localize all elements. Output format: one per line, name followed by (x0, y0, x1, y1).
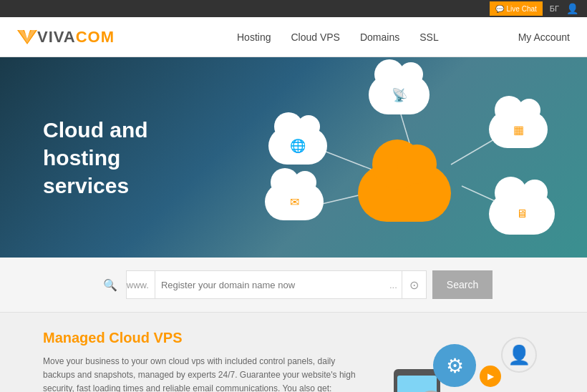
search-dots: ... (385, 280, 402, 290)
live-chat-label: Live Chat (507, 5, 537, 13)
top-bar: 💬 Live Chat БГ 👤 (0, 0, 587, 17)
search-prefix: www. (127, 271, 155, 298)
tablet-screen (397, 376, 437, 392)
navbar: VIVACOM Hosting Cloud VPS Domains SSL My… (0, 17, 587, 57)
live-chat-button[interactable]: 💬 Live Chat (490, 1, 543, 16)
person-avatar: 👤 (501, 337, 537, 373)
content-right: ⚙ ⚙ 👤 ▶ 📍 📦 (387, 330, 544, 392)
cloud-satellite: 📡 (369, 75, 430, 114)
language-selector[interactable]: БГ (550, 4, 559, 13)
search-section: 🔍 www. ... ⊙ Search (0, 258, 587, 313)
nav-hosting[interactable]: Hosting (237, 31, 271, 43)
logo[interactable]: VIVACOM (17, 28, 115, 46)
search-icon: 🔍 (94, 278, 126, 292)
my-account-link[interactable]: My Account (518, 31, 570, 43)
logo-text: VIVACOM (37, 28, 115, 46)
hero-title: Cloud and hosting services (43, 116, 148, 200)
hero-section: Cloud and hosting services 📡 (0, 57, 587, 258)
content-left: Managed Cloud VPS Move your business to … (43, 330, 365, 392)
gear-icon-large: ⚙ (433, 344, 476, 387)
cloud-server: ▦ (489, 111, 548, 148)
person-icon: 👤 (508, 344, 530, 366)
hero-text: Cloud and hosting services (43, 116, 148, 200)
cloud-monitor: 🖥 (489, 193, 555, 235)
tablet-shape (394, 369, 440, 392)
cloud-globe: 🌐 (268, 127, 327, 165)
nav-ssl[interactable]: SSL (419, 31, 438, 43)
search-button[interactable]: Search (432, 270, 493, 299)
search-bar: www. ... ⊙ (126, 270, 427, 299)
logo-v-icon (17, 30, 37, 44)
chat-icon: 💬 (495, 5, 504, 13)
search-input[interactable] (155, 271, 385, 298)
svg-marker-1 (19, 30, 36, 43)
content-title: Managed Cloud VPS (43, 330, 365, 346)
play-button: ▶ (480, 366, 501, 387)
cloud-email: ✉ (265, 183, 324, 220)
content-description: Move your business to your own cloud vps… (43, 355, 365, 392)
tld-selector-button[interactable]: ⊙ (402, 271, 426, 298)
main-cloud (358, 165, 451, 222)
nav-links: Hosting Cloud VPS Domains SSL (237, 31, 439, 43)
nav-cloud-vps[interactable]: Cloud VPS (291, 31, 339, 43)
hero-illustration: 📡 🌐 ▦ ✉ (258, 72, 558, 250)
content-section: Managed Cloud VPS Move your business to … (0, 313, 587, 392)
vps-illustration: ⚙ ⚙ 👤 ▶ 📍 📦 (394, 337, 537, 392)
svg-line-4 (451, 139, 494, 165)
user-icon[interactable]: 👤 (566, 3, 578, 14)
nav-domains[interactable]: Domains (360, 31, 399, 43)
